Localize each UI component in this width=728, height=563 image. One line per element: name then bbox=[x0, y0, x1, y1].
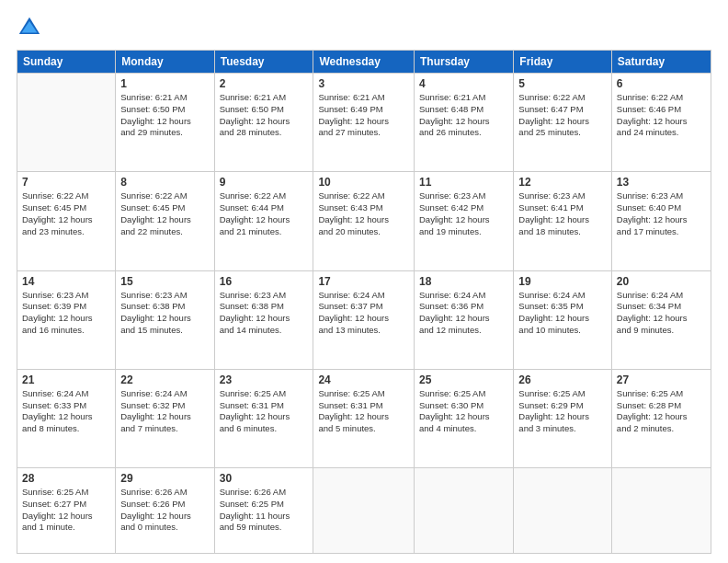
day-info: Sunrise: 6:26 AM Sunset: 6:26 PM Dayligh… bbox=[120, 487, 209, 534]
col-header-tuesday: Tuesday bbox=[214, 51, 313, 74]
day-cell: 15Sunrise: 6:23 AM Sunset: 6:38 PM Dayli… bbox=[116, 270, 214, 369]
day-cell: 2Sunrise: 6:21 AM Sunset: 6:50 PM Daylig… bbox=[214, 74, 313, 172]
day-cell: 17Sunrise: 6:24 AM Sunset: 6:37 PM Dayli… bbox=[313, 270, 415, 369]
day-info: Sunrise: 6:22 AM Sunset: 6:45 PM Dayligh… bbox=[120, 190, 209, 237]
day-number: 26 bbox=[518, 373, 607, 386]
day-info: Sunrise: 6:24 AM Sunset: 6:35 PM Dayligh… bbox=[518, 290, 607, 337]
day-info: Sunrise: 6:24 AM Sunset: 6:37 PM Dayligh… bbox=[318, 290, 409, 337]
day-number: 19 bbox=[518, 275, 607, 288]
day-cell: 7Sunrise: 6:22 AM Sunset: 6:45 PM Daylig… bbox=[17, 172, 116, 270]
day-cell: 22Sunrise: 6:24 AM Sunset: 6:32 PM Dayli… bbox=[116, 369, 214, 467]
logo-icon bbox=[17, 15, 42, 40]
day-number: 4 bbox=[419, 77, 508, 90]
day-number: 8 bbox=[120, 176, 209, 189]
day-cell: 12Sunrise: 6:23 AM Sunset: 6:41 PM Dayli… bbox=[514, 172, 612, 270]
day-info: Sunrise: 6:25 AM Sunset: 6:27 PM Dayligh… bbox=[22, 487, 110, 534]
day-number: 5 bbox=[518, 77, 607, 90]
day-cell: 26Sunrise: 6:25 AM Sunset: 6:29 PM Dayli… bbox=[514, 369, 612, 467]
day-cell: 20Sunrise: 6:24 AM Sunset: 6:34 PM Dayli… bbox=[611, 270, 711, 369]
week-row-5: 28Sunrise: 6:25 AM Sunset: 6:27 PM Dayli… bbox=[17, 468, 711, 554]
day-cell bbox=[415, 468, 514, 554]
day-number: 13 bbox=[617, 176, 706, 189]
day-cell: 8Sunrise: 6:22 AM Sunset: 6:45 PM Daylig… bbox=[116, 172, 214, 270]
day-cell: 11Sunrise: 6:23 AM Sunset: 6:42 PM Dayli… bbox=[415, 172, 514, 270]
day-cell: 25Sunrise: 6:25 AM Sunset: 6:30 PM Dayli… bbox=[415, 369, 514, 467]
day-cell: 4Sunrise: 6:21 AM Sunset: 6:48 PM Daylig… bbox=[415, 74, 514, 172]
day-cell: 10Sunrise: 6:22 AM Sunset: 6:43 PM Dayli… bbox=[313, 172, 415, 270]
day-number: 25 bbox=[419, 373, 508, 386]
week-row-2: 7Sunrise: 6:22 AM Sunset: 6:45 PM Daylig… bbox=[17, 172, 711, 270]
day-number: 7 bbox=[22, 176, 110, 189]
calendar-table: SundayMondayTuesdayWednesdayThursdayFrid… bbox=[17, 50, 711, 554]
day-info: Sunrise: 6:21 AM Sunset: 6:50 PM Dayligh… bbox=[220, 92, 309, 139]
page: SundayMondayTuesdayWednesdayThursdayFrid… bbox=[0, 0, 728, 563]
day-cell: 6Sunrise: 6:22 AM Sunset: 6:46 PM Daylig… bbox=[611, 74, 711, 172]
day-info: Sunrise: 6:21 AM Sunset: 6:48 PM Dayligh… bbox=[419, 92, 508, 139]
day-cell: 14Sunrise: 6:23 AM Sunset: 6:39 PM Dayli… bbox=[17, 270, 116, 369]
day-cell: 23Sunrise: 6:25 AM Sunset: 6:31 PM Dayli… bbox=[214, 369, 313, 467]
day-number: 20 bbox=[617, 275, 706, 288]
day-cell: 21Sunrise: 6:24 AM Sunset: 6:33 PM Dayli… bbox=[17, 369, 116, 467]
header-row: SundayMondayTuesdayWednesdayThursdayFrid… bbox=[17, 51, 711, 74]
col-header-wednesday: Wednesday bbox=[313, 51, 415, 74]
day-number: 16 bbox=[220, 275, 309, 288]
header bbox=[17, 15, 711, 40]
day-number: 6 bbox=[617, 77, 706, 90]
day-info: Sunrise: 6:25 AM Sunset: 6:29 PM Dayligh… bbox=[518, 388, 607, 435]
day-info: Sunrise: 6:21 AM Sunset: 6:49 PM Dayligh… bbox=[318, 92, 409, 139]
day-number: 28 bbox=[22, 472, 110, 485]
day-cell: 9Sunrise: 6:22 AM Sunset: 6:44 PM Daylig… bbox=[214, 172, 313, 270]
day-cell: 18Sunrise: 6:24 AM Sunset: 6:36 PM Dayli… bbox=[415, 270, 514, 369]
day-info: Sunrise: 6:23 AM Sunset: 6:42 PM Dayligh… bbox=[419, 190, 508, 237]
day-cell: 13Sunrise: 6:23 AM Sunset: 6:40 PM Dayli… bbox=[611, 172, 711, 270]
day-info: Sunrise: 6:22 AM Sunset: 6:43 PM Dayligh… bbox=[318, 190, 409, 237]
day-info: Sunrise: 6:23 AM Sunset: 6:39 PM Dayligh… bbox=[22, 290, 110, 337]
day-info: Sunrise: 6:24 AM Sunset: 6:34 PM Dayligh… bbox=[617, 290, 706, 337]
day-info: Sunrise: 6:22 AM Sunset: 6:44 PM Dayligh… bbox=[220, 190, 309, 237]
col-header-thursday: Thursday bbox=[415, 51, 514, 74]
day-number: 14 bbox=[22, 275, 110, 288]
day-info: Sunrise: 6:25 AM Sunset: 6:28 PM Dayligh… bbox=[617, 388, 706, 435]
day-number: 18 bbox=[419, 275, 508, 288]
week-row-3: 14Sunrise: 6:23 AM Sunset: 6:39 PM Dayli… bbox=[17, 270, 711, 369]
day-info: Sunrise: 6:24 AM Sunset: 6:36 PM Dayligh… bbox=[419, 290, 508, 337]
day-number: 17 bbox=[318, 275, 409, 288]
day-number: 12 bbox=[518, 176, 607, 189]
day-number: 27 bbox=[617, 373, 706, 386]
col-header-friday: Friday bbox=[514, 51, 612, 74]
day-info: Sunrise: 6:25 AM Sunset: 6:31 PM Dayligh… bbox=[220, 388, 309, 435]
day-cell: 30Sunrise: 6:26 AM Sunset: 6:25 PM Dayli… bbox=[214, 468, 313, 554]
day-number: 3 bbox=[318, 77, 409, 90]
day-info: Sunrise: 6:24 AM Sunset: 6:33 PM Dayligh… bbox=[22, 388, 110, 435]
day-cell: 3Sunrise: 6:21 AM Sunset: 6:49 PM Daylig… bbox=[313, 74, 415, 172]
day-cell: 27Sunrise: 6:25 AM Sunset: 6:28 PM Dayli… bbox=[611, 369, 711, 467]
week-row-4: 21Sunrise: 6:24 AM Sunset: 6:33 PM Dayli… bbox=[17, 369, 711, 467]
day-number: 9 bbox=[220, 176, 309, 189]
week-row-1: 1Sunrise: 6:21 AM Sunset: 6:50 PM Daylig… bbox=[17, 74, 711, 172]
day-cell bbox=[514, 468, 612, 554]
day-cell bbox=[611, 468, 711, 554]
day-number: 22 bbox=[120, 373, 209, 386]
day-info: Sunrise: 6:22 AM Sunset: 6:46 PM Dayligh… bbox=[617, 92, 706, 139]
day-number: 29 bbox=[120, 472, 209, 485]
day-number: 2 bbox=[220, 77, 309, 90]
day-cell: 24Sunrise: 6:25 AM Sunset: 6:31 PM Dayli… bbox=[313, 369, 415, 467]
day-cell: 5Sunrise: 6:22 AM Sunset: 6:47 PM Daylig… bbox=[514, 74, 612, 172]
day-info: Sunrise: 6:24 AM Sunset: 6:32 PM Dayligh… bbox=[120, 388, 209, 435]
day-cell: 29Sunrise: 6:26 AM Sunset: 6:26 PM Dayli… bbox=[116, 468, 214, 554]
day-cell: 16Sunrise: 6:23 AM Sunset: 6:38 PM Dayli… bbox=[214, 270, 313, 369]
day-info: Sunrise: 6:21 AM Sunset: 6:50 PM Dayligh… bbox=[120, 92, 209, 139]
col-header-monday: Monday bbox=[116, 51, 214, 74]
day-number: 15 bbox=[120, 275, 209, 288]
day-info: Sunrise: 6:25 AM Sunset: 6:31 PM Dayligh… bbox=[318, 388, 409, 435]
day-cell: 1Sunrise: 6:21 AM Sunset: 6:50 PM Daylig… bbox=[116, 74, 214, 172]
day-info: Sunrise: 6:22 AM Sunset: 6:47 PM Dayligh… bbox=[518, 92, 607, 139]
day-info: Sunrise: 6:23 AM Sunset: 6:38 PM Dayligh… bbox=[220, 290, 309, 337]
day-number: 30 bbox=[220, 472, 309, 485]
day-number: 23 bbox=[220, 373, 309, 386]
col-header-saturday: Saturday bbox=[611, 51, 711, 74]
col-header-sunday: Sunday bbox=[17, 51, 116, 74]
day-info: Sunrise: 6:23 AM Sunset: 6:41 PM Dayligh… bbox=[518, 190, 607, 237]
day-cell bbox=[17, 74, 116, 172]
day-number: 21 bbox=[22, 373, 110, 386]
